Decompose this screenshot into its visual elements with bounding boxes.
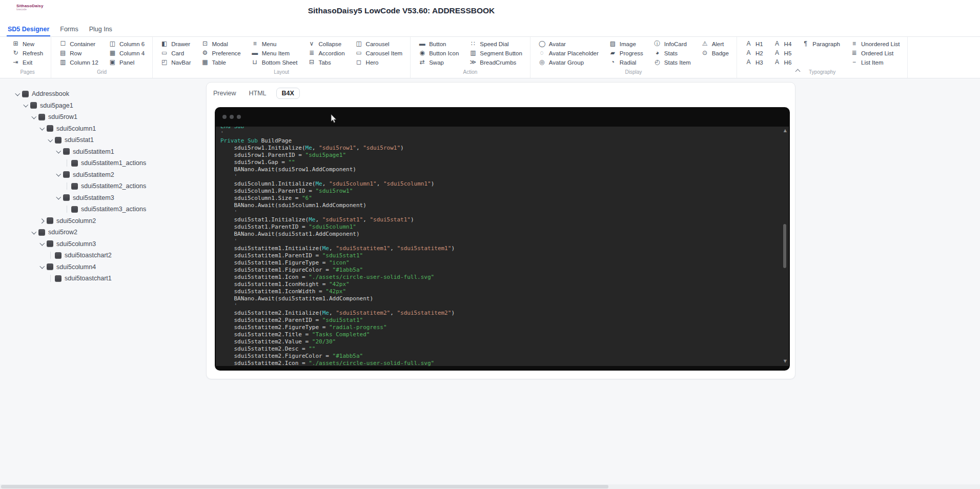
tree-node-label: sdui5statitem2_actions — [81, 182, 146, 190]
chevron-down-icon[interactable] — [38, 123, 46, 135]
tree-node-sdui5toastchart2[interactable]: sdui5toastchart2 — [10, 250, 205, 261]
ribbon-item-unordered-list[interactable]: ≡Unordered List — [849, 40, 901, 48]
ribbon-item-column-4[interactable]: ▦Column 4 — [108, 49, 146, 57]
ribbon-item-panel[interactable]: ▣Panel — [108, 58, 146, 66]
segment-button-icon: ▥ — [469, 50, 477, 56]
chevron-down-icon[interactable] — [38, 261, 46, 273]
ribbon-item-navbar[interactable]: ◰NavBar — [159, 58, 192, 66]
vertical-scrollbar-thumb[interactable] — [783, 224, 786, 268]
chevron-down-icon[interactable] — [46, 134, 54, 146]
chevron-down-icon[interactable] — [13, 88, 22, 100]
tree-node-sdui5column2[interactable]: sdui5column2 — [10, 215, 205, 227]
tree-node-sdui5row2[interactable]: sdui5row2 — [10, 227, 205, 238]
tree-node-sdui5statitem1[interactable]: sdui5statitem1 — [10, 146, 205, 158]
scroll-up-arrow-icon[interactable]: ▲ — [784, 129, 787, 133]
ribbon-item-refresh[interactable]: ↻Refresh — [11, 49, 44, 57]
tab-html[interactable]: HTML — [246, 88, 269, 99]
code-token-id: sdui5statitem2.Icon = — [220, 360, 309, 366]
ribbon-item-column-12[interactable]: ▥Column 12 — [58, 58, 99, 66]
ribbon-item-radial[interactable]: ◔Radial — [608, 58, 644, 66]
ribbon-item-tabs[interactable]: ⊟Tabs — [307, 58, 345, 66]
ribbon-item-column-6[interactable]: ◫Column 6 — [108, 40, 146, 48]
ribbon-item-h2[interactable]: AH2 — [744, 49, 764, 57]
chevron-down-icon[interactable] — [54, 146, 63, 158]
ribbon-item-carousel-item[interactable]: ▭Carousel Item — [354, 49, 404, 57]
chevron-down-icon[interactable] — [38, 238, 46, 250]
tree-node-sdui5statitem2-actions[interactable]: sdui5statitem2_actions — [10, 180, 205, 192]
horizontal-scrollbar[interactable] — [0, 484, 980, 489]
ribbon-item-h1[interactable]: AH1 — [744, 40, 764, 48]
tree-node-sdui5page1[interactable]: sdui5page1 — [10, 100, 205, 112]
ribbon-item-avatar-group[interactable]: ◎Avatar Group — [537, 58, 600, 66]
ribbon-item-badge[interactable]: ⊙Badge — [700, 49, 730, 57]
nav-tab-plug-ins[interactable]: Plug Ins — [88, 23, 113, 36]
nav-tab-forms[interactable]: Forms — [59, 23, 79, 36]
ribbon-collapse-icon[interactable] — [793, 68, 802, 74]
chevron-down-icon[interactable] — [54, 192, 63, 204]
ribbon-item-bottom-sheet[interactable]: ⊔Bottom Sheet — [250, 58, 299, 66]
ribbon-item-avatar[interactable]: ◯Avatar — [537, 40, 600, 48]
editor-body[interactable]: End Sub'Private Sub BuildPage sdui5row1.… — [216, 127, 789, 366]
ribbon-item-h4[interactable]: AH4 — [772, 40, 793, 48]
chevron-down-icon[interactable] — [22, 100, 30, 112]
chevron-right-icon[interactable] — [38, 215, 46, 227]
ribbon-item-avatar-placeholder[interactable]: ◌Avatar Placeholder — [537, 49, 600, 57]
scroll-down-arrow-icon[interactable]: ▼ — [784, 359, 787, 363]
nav-tab-sd5-designer[interactable]: SD5 Designer — [7, 23, 50, 36]
tree-node-sdui5column3[interactable]: sdui5column3 — [10, 238, 205, 250]
ribbon-item-hero[interactable]: ◻Hero — [354, 58, 404, 66]
tab-preview[interactable]: Preview — [210, 88, 239, 99]
chevron-down-icon[interactable] — [30, 111, 38, 123]
code-line: sdui5stat1.Initialize(Me, "sdui5stat1", … — [220, 216, 789, 223]
ribbon-item-menu[interactable]: ≡Menu — [250, 40, 299, 48]
ribbon-item-carousel[interactable]: ◫Carousel — [354, 40, 404, 48]
ribbon-item-accordion[interactable]: ≣Accordion — [307, 49, 345, 57]
tree-node-sdui5statitem3-actions[interactable]: sdui5statitem3_actions — [10, 203, 205, 215]
ribbon-item-button[interactable]: ▬Button — [417, 40, 460, 48]
tree-node-sdui5column1[interactable]: sdui5column1 — [10, 123, 205, 135]
ribbon-item-list-item[interactable]: −List Item — [849, 58, 901, 66]
ribbon-item-h5[interactable]: AH5 — [772, 49, 793, 57]
tree-node-sdui5statitem3[interactable]: sdui5statitem3 — [10, 192, 205, 204]
ribbon-item-stats[interactable]: ◕Stats — [652, 49, 692, 57]
tree-node-sdui5statitem2[interactable]: sdui5statitem2 — [10, 169, 205, 181]
ribbon-item-h3[interactable]: AH3 — [744, 58, 764, 66]
ribbon-item-image[interactable]: ▨Image — [608, 40, 644, 48]
ribbon-item-new[interactable]: ⊞New — [11, 40, 44, 48]
horizontal-scrollbar-thumb[interactable] — [1, 485, 608, 488]
tree-node-addressbook[interactable]: Addressbook — [10, 88, 205, 100]
ribbon-item-breadcrumbs[interactable]: ≫BreadCrumbs — [468, 58, 523, 66]
ribbon-item-button-icon[interactable]: ◉Button Icon — [417, 49, 460, 57]
ribbon-item-paragraph[interactable]: ¶Paragraph — [801, 40, 841, 48]
tree-node-sdui5row1[interactable]: sdui5row1 — [10, 111, 205, 123]
ribbon-item-container[interactable]: ☐Container — [58, 40, 99, 48]
code-token-id: sdui5stat1.ParentID = — [220, 223, 309, 230]
ribbon-item-card[interactable]: ▭Card — [159, 49, 192, 57]
ribbon-item-segment-button[interactable]: ▥Segment Button — [468, 49, 523, 57]
ribbon-item-ordered-list[interactable]: ≣Ordered List — [849, 49, 901, 57]
tree-node-sdui5column4[interactable]: sdui5column4 — [10, 261, 205, 273]
ribbon-item-alert[interactable]: ⚠Alert — [700, 40, 730, 48]
ribbon-item-progress[interactable]: ▰Progress — [608, 49, 644, 57]
ribbon-item-row[interactable]: ▤Row — [58, 49, 99, 57]
ribbon-item-drawer[interactable]: ◧Drawer — [159, 40, 192, 48]
ribbon-item-menu-item[interactable]: ▬Menu Item — [250, 49, 299, 57]
ribbon-item-collapse[interactable]: ∨Collapse — [307, 40, 345, 48]
tab-b4x[interactable]: B4X — [276, 88, 300, 99]
component-icon — [47, 263, 53, 270]
tree-node-sdui5statitem1-actions[interactable]: sdui5statitem1_actions — [10, 157, 205, 169]
ribbon-item-preference[interactable]: ⚙Preference — [200, 49, 241, 57]
ribbon-item-h6[interactable]: AH6 — [772, 58, 793, 66]
chevron-down-icon[interactable] — [54, 169, 63, 181]
ribbon-item-infocard[interactable]: ⓘInfoCard — [652, 40, 692, 48]
ribbon-item-table[interactable]: ▦Table — [200, 58, 241, 66]
ribbon-item-speed-dial[interactable]: ∷Speed Dial — [468, 40, 523, 48]
ribbon-item-swap[interactable]: ⇄Swap — [417, 58, 460, 66]
progress-icon: ▰ — [609, 50, 617, 56]
ribbon-item-exit[interactable]: ⇥Exit — [11, 58, 44, 66]
ribbon-item-stats-item[interactable]: ◴Stats Item — [652, 58, 692, 66]
tree-node-sdui5toastchart1[interactable]: sdui5toastchart1 — [10, 273, 205, 284]
tree-node-sdui5stat1[interactable]: sdui5stat1 — [10, 134, 205, 146]
ribbon-item-modal[interactable]: ⊡Modal — [200, 40, 241, 48]
chevron-down-icon[interactable] — [30, 227, 38, 238]
